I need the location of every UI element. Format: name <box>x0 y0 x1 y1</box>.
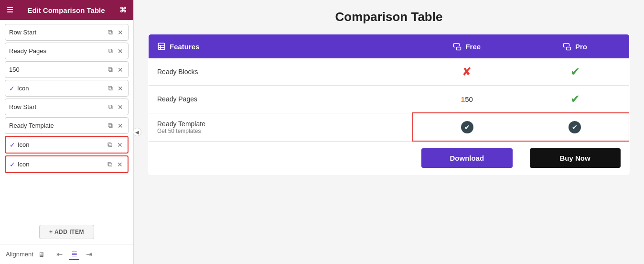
feature-name-cell: Ready Pages <box>149 86 413 113</box>
svg-rect-5 <box>567 47 571 50</box>
ready-pages-label: Ready Pages <box>157 95 197 103</box>
copy-button[interactable]: ⧉ <box>107 121 114 131</box>
download-button[interactable]: Download <box>421 148 512 168</box>
delete-button[interactable]: ✕ <box>117 83 124 93</box>
cta-row: Download Buy Now <box>149 141 630 175</box>
item-label: Row Start <box>9 103 104 110</box>
grid-icon[interactable]: ⌘ <box>119 6 127 14</box>
list-item: Ready Pages ⧉ ✕ <box>5 43 129 59</box>
collapse-panel-button[interactable]: ◀ <box>133 128 141 136</box>
add-item-label: + ADD ITEM <box>49 229 84 235</box>
delete-button[interactable]: ✕ <box>116 159 124 169</box>
item-label: Ready Pages <box>9 47 104 55</box>
item-label: Row Start <box>9 29 104 36</box>
free-value-cell: ✘ <box>413 58 521 86</box>
copy-button[interactable]: ⧉ <box>107 65 114 75</box>
item-label: ✓ Icon <box>9 85 104 92</box>
delete-button[interactable]: ✕ <box>117 65 124 75</box>
alignment-label: Alignment <box>6 251 33 258</box>
item-label: ✓ Icon <box>10 161 104 168</box>
free-value-cell: 150 <box>413 86 521 113</box>
pro-value-cell: ✔ <box>521 86 629 113</box>
align-center-button[interactable]: ≣ <box>69 248 79 260</box>
list-item: Ready Template ⧉ ✕ <box>5 117 129 134</box>
align-left-button[interactable]: ⇤ <box>54 249 64 260</box>
download-cell: Download <box>413 141 521 175</box>
ready-template-label: Ready Template <box>157 120 404 128</box>
cross-red-icon: ✘ <box>462 65 472 78</box>
copy-button[interactable]: ⧉ <box>107 102 114 112</box>
buynow-button[interactable]: Buy Now <box>530 148 621 168</box>
buynow-cell: Buy Now <box>521 141 629 175</box>
copy-button[interactable]: ⧉ <box>107 140 113 150</box>
delete-button[interactable]: ✕ <box>117 121 124 131</box>
features-icon <box>157 42 166 51</box>
list-item: ✓ Icon ⧉ ✕ <box>5 136 129 154</box>
copy-button[interactable]: ⧉ <box>107 83 114 93</box>
list-item: ✓ Icon ⧉ ✕ <box>5 80 129 97</box>
pro-label: Pro <box>575 43 587 51</box>
list-item: 150 ⧉ ✕ <box>5 61 129 78</box>
pro-header: Pro <box>521 34 629 59</box>
free-template-cell: ✔ <box>413 113 521 141</box>
ready-template-sub: Get 50 templates <box>157 128 404 134</box>
page-title: Comparison Table <box>148 10 630 24</box>
item-actions: ⧉ ✕ <box>107 83 124 93</box>
add-item-button[interactable]: + ADD ITEM <box>39 225 94 239</box>
free-label: Free <box>465 43 481 51</box>
check-icon: ✓ <box>9 85 15 92</box>
sidebar: ☰ Edit Comparison Table ⌘ Row Start ⧉ ✕ … <box>0 0 134 264</box>
pages-highlight: 1 <box>461 95 465 103</box>
check-icon: ✓ <box>10 141 15 149</box>
check-dark-icon: ✔ <box>461 121 473 133</box>
item-actions: ⧉ ✕ <box>107 121 124 131</box>
table-header-row: Features Free <box>149 34 630 59</box>
comparison-table: Features Free <box>148 34 630 175</box>
feature-name-cell: Ready Blocks <box>149 58 413 86</box>
item-actions: ⧉ ✕ <box>107 140 124 150</box>
free-plan-icon <box>453 42 462 51</box>
pro-value-cell: ✔ <box>521 58 629 86</box>
table-row: Ready Pages 150 ✔ <box>149 86 630 113</box>
check-dark-icon: ✔ <box>569 121 581 133</box>
check-green-icon: ✔ <box>570 92 580 105</box>
item-actions: ⧉ ✕ <box>107 102 124 112</box>
delete-button[interactable]: ✕ <box>117 46 124 56</box>
item-actions: ⧉ ✕ <box>107 46 124 56</box>
check-icon: ✓ <box>10 161 15 168</box>
item-label: Ready Template <box>9 122 104 129</box>
item-label: 150 <box>9 66 104 73</box>
svg-rect-0 <box>158 43 165 50</box>
copy-button[interactable]: ⧉ <box>107 159 113 169</box>
item-actions: ⧉ ✕ <box>107 65 124 75</box>
item-actions: ⧉ ✕ <box>107 27 124 37</box>
delete-button[interactable]: ✕ <box>116 140 124 150</box>
feature-name-cell: Ready Template Get 50 templates <box>149 113 413 141</box>
features-header: Features <box>149 34 413 59</box>
sidebar-header: ☰ Edit Comparison Table ⌘ <box>0 0 133 20</box>
free-header: Free <box>413 34 521 59</box>
features-label: Features <box>170 43 200 51</box>
pro-template-cell: ✔ <box>521 113 629 141</box>
alignment-bar: Alignment 🖥 ⇤ ≣ ⇥ <box>0 244 133 264</box>
list-item: ✓ Icon ⧉ ✕ <box>5 155 129 173</box>
monitor-icon: 🖥 <box>38 251 45 258</box>
copy-button[interactable]: ⧉ <box>107 27 114 37</box>
hamburger-icon[interactable]: ☰ <box>7 6 13 14</box>
check-green-icon: ✔ <box>570 65 580 78</box>
svg-rect-4 <box>457 47 461 50</box>
delete-button[interactable]: ✕ <box>117 102 124 112</box>
sidebar-title: Edit Comparison Table <box>27 6 105 14</box>
pages-rest: 50 <box>465 95 473 103</box>
pages-value: 150 <box>461 95 473 103</box>
copy-button[interactable]: ⧉ <box>107 46 114 56</box>
list-item: Row Start ⧉ ✕ <box>5 24 129 41</box>
ready-blocks-label: Ready Blocks <box>157 68 198 76</box>
align-right-button[interactable]: ⇥ <box>84 249 94 260</box>
sidebar-items-list: Row Start ⧉ ✕ Ready Pages ⧉ ✕ 150 ⧉ ✕ <box>0 20 133 221</box>
cta-empty-cell <box>149 141 413 175</box>
delete-button[interactable]: ✕ <box>117 27 124 37</box>
item-actions: ⧉ ✕ <box>107 159 124 169</box>
table-row: Ready Template Get 50 templates ✔ ✔ <box>149 113 630 141</box>
list-item: Row Start ⧉ ✕ <box>5 99 129 115</box>
